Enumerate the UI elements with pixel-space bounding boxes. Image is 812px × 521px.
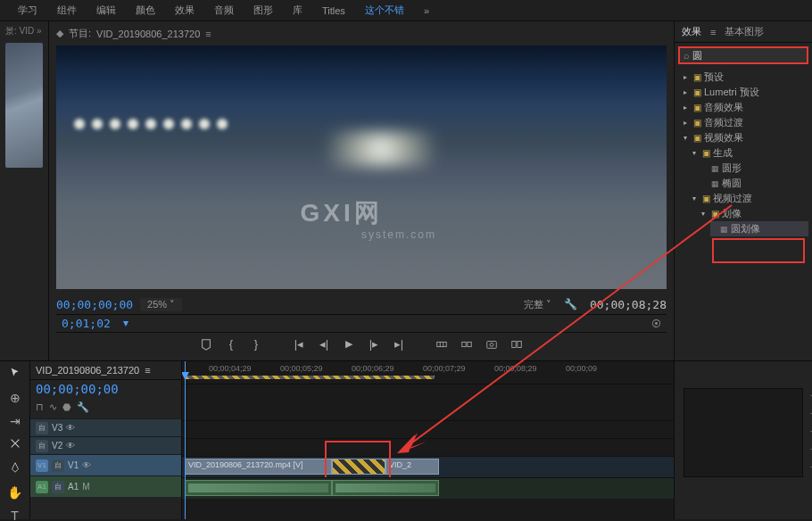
tree-effect[interactable]: ▦椭圆: [701, 176, 808, 191]
ruler-marker-icon[interactable]: ▾: [123, 317, 128, 329]
menu-item[interactable]: 组件: [57, 4, 77, 17]
time-tick: 00;00;09: [566, 364, 597, 373]
step-forward-button[interactable]: |▸: [366, 336, 382, 352]
track-header-a1[interactable]: A1 自 A1 M: [30, 476, 181, 497]
program-ruler[interactable]: 0;01;02 ▾ ⦿: [56, 314, 667, 332]
menu-item[interactable]: 库: [293, 4, 302, 17]
timeline-timecode[interactable]: 00;00;00;00: [30, 380, 181, 400]
tree-folder[interactable]: ▾▣划像: [701, 206, 808, 221]
comparison-button[interactable]: [509, 336, 525, 352]
track-source-v1[interactable]: V1: [36, 459, 48, 472]
track-lane-v3[interactable]: [182, 420, 674, 438]
add-marker-button[interactable]: [198, 336, 214, 352]
pen-tool-icon[interactable]: [9, 461, 21, 476]
track-toggle[interactable]: 自: [36, 422, 48, 434]
zoom-select[interactable]: 25% ˅: [140, 298, 182, 311]
tree-folder[interactable]: ▾▣生成: [692, 145, 808, 161]
menu-item[interactable]: Titles: [322, 5, 345, 16]
track-lane-a1[interactable]: [182, 477, 674, 499]
export-frame-button[interactable]: [484, 336, 500, 352]
audio-clip[interactable]: [185, 480, 332, 496]
tab-menu-icon[interactable]: ≡: [710, 27, 716, 37]
tree-effect-selected[interactable]: ▦圆划像: [710, 221, 808, 236]
step-back-button[interactable]: ◂|: [316, 336, 332, 352]
tree-effect[interactable]: ▦圆形: [701, 161, 808, 176]
razor-tool-icon[interactable]: [9, 437, 21, 452]
panel-menu-icon[interactable]: ≡: [205, 29, 211, 39]
mark-out-button[interactable]: }: [248, 336, 264, 352]
tree-folder[interactable]: ▸▣音频效果: [684, 100, 808, 115]
tree-folder[interactable]: ▸▣Lumetri 预设: [684, 85, 808, 100]
menu-item[interactable]: 图形: [253, 4, 273, 17]
audio-clip[interactable]: [332, 480, 439, 496]
timeline-content[interactable]: 00;00;04;29 00;00;05;29 00;00;06;29 00;0…: [182, 361, 674, 519]
tree-folder[interactable]: ▾▣视频效果: [684, 130, 808, 145]
track-header-v1[interactable]: V1 自 V1 👁: [30, 454, 181, 476]
eye-icon[interactable]: 👁: [82, 460, 91, 470]
track-select-tool-icon[interactable]: ⊕: [10, 391, 21, 405]
folder-icon: ▣: [693, 87, 701, 97]
tree-label: 音频过渡: [704, 116, 743, 129]
tab-essential-graphics[interactable]: 基本图形: [725, 25, 764, 38]
track-source-a1[interactable]: A1: [36, 481, 48, 493]
track-toggle[interactable]: 自: [52, 481, 64, 493]
tree-label: 圆划像: [731, 222, 760, 236]
marker-icon[interactable]: ⬣: [62, 401, 71, 413]
linked-selection-icon[interactable]: ∿: [49, 401, 57, 413]
track-toggle[interactable]: 自: [52, 459, 64, 472]
goto-in-button[interactable]: |◂: [291, 336, 307, 352]
tree-folder[interactable]: ▸▣音频过渡: [684, 115, 808, 130]
mark-in-button[interactable]: {: [223, 336, 239, 352]
settings-icon[interactable]: 🔧: [77, 401, 89, 413]
menu-item[interactable]: 效果: [175, 4, 195, 17]
track-header-v2[interactable]: 自 V2 👁: [30, 436, 181, 454]
current-timecode[interactable]: 00;00;00;00: [56, 298, 133, 311]
video-clip[interactable]: VID_20190806_213720.mp4 [V]: [185, 459, 332, 475]
eye-icon[interactable]: 👁: [66, 423, 75, 433]
type-tool-icon[interactable]: T: [11, 509, 19, 521]
fit-select[interactable]: 完整 ˅: [524, 298, 551, 311]
track-toggle[interactable]: 自: [36, 440, 48, 452]
menu-item-active[interactable]: 这个不错: [365, 4, 404, 17]
menu-overflow-icon[interactable]: »: [424, 5, 429, 16]
panel-menu-icon[interactable]: ≡: [145, 365, 150, 376]
timeline-ruler[interactable]: 00;00;04;29 00;00;05;29 00;00;06;29 00;0…: [182, 361, 674, 385]
effect-icon: ▦: [711, 179, 719, 188]
menu-item[interactable]: 编辑: [96, 4, 116, 17]
lift-button[interactable]: [434, 336, 450, 352]
selection-tool-icon[interactable]: [9, 367, 21, 382]
tree-folder[interactable]: ▸▣预设: [684, 70, 808, 85]
hand-tool-icon[interactable]: ✋: [7, 485, 22, 500]
tree-label: 预设: [704, 70, 724, 84]
tree-folder[interactable]: ▾▣视频过渡: [692, 191, 808, 206]
track-header-v3[interactable]: 自 V3 👁: [30, 418, 181, 436]
settings-icon[interactable]: 🔧: [564, 298, 577, 310]
effects-search-input[interactable]: [692, 50, 812, 61]
tab-effects[interactable]: 效果: [682, 25, 701, 38]
tree-label: 视频过渡: [713, 192, 752, 205]
menu-item[interactable]: 颜色: [136, 4, 155, 17]
ripple-tool-icon[interactable]: ⇥: [10, 414, 21, 428]
effects-search[interactable]: ⌕ ×: [678, 46, 808, 64]
extract-button[interactable]: [459, 336, 475, 352]
track-lane-v2[interactable]: [182, 438, 674, 456]
tree-label: Lumetri 预设: [704, 86, 759, 99]
eye-icon[interactable]: 👁: [66, 441, 75, 451]
track-lane-v1[interactable]: VID_20190806_213720.mp4 [V] VID_2: [182, 456, 674, 477]
folder-icon: ▣: [711, 209, 719, 219]
menu-item[interactable]: 学习: [18, 4, 37, 17]
snap-icon[interactable]: ⊓: [36, 401, 44, 413]
sequence-tab[interactable]: VID_20190806_213720 ≡: [30, 361, 181, 380]
mute-icon[interactable]: M: [82, 482, 89, 492]
work-area-bar[interactable]: [185, 376, 435, 379]
ruler-options-icon[interactable]: ⦿: [651, 318, 661, 329]
video-clip[interactable]: VID_2: [385, 459, 439, 475]
menu-item[interactable]: 音频: [214, 4, 234, 17]
goto-out-button[interactable]: ▸|: [391, 336, 407, 352]
panel-menu-icon[interactable]: ◆: [56, 28, 63, 39]
source-thumbnail[interactable]: [5, 43, 43, 168]
preview-viewport[interactable]: GXI网 system.com: [56, 45, 667, 289]
workspace-menu: 学习 组件 编辑 颜色 效果 音频 图形 库 Titles 这个不错 »: [0, 0, 812, 21]
playhead[interactable]: [185, 361, 186, 519]
play-button[interactable]: ▶: [341, 336, 357, 352]
